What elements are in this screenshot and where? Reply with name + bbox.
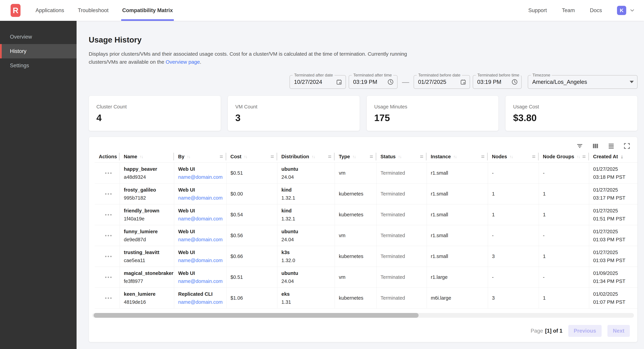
sort-icon[interactable]: ↑↓ <box>244 154 247 159</box>
created-by-email[interactable]: name@domain.com <box>178 174 224 180</box>
terminated-before-time-field[interactable]: Terminated before time 03:19 PM <box>473 75 522 89</box>
column-menu-icon[interactable] <box>532 156 535 158</box>
column-header-instance[interactable]: Instance↑↓ <box>426 151 488 163</box>
sort-icon[interactable]: ↑↓ <box>352 154 356 159</box>
nav-link-support[interactable]: Support <box>528 7 547 13</box>
column-header-type[interactable]: Type↑↓ <box>335 151 376 163</box>
sort-icon[interactable]: ↑↓ <box>312 154 315 159</box>
distribution-version: 1.31 <box>282 299 333 305</box>
column-header-status[interactable]: Status↑↓ <box>376 151 426 163</box>
column-label: Instance <box>431 154 451 159</box>
replicated-logo[interactable]: R <box>10 4 20 17</box>
cost-cell: $1.06 <box>226 288 277 309</box>
tab-compatibility-matrix[interactable]: Compatibility Matrix <box>122 0 173 21</box>
column-menu-icon[interactable] <box>271 156 274 158</box>
fullscreen-icon[interactable] <box>623 142 631 150</box>
top-nav: R Applications Troubleshoot Compatibilit… <box>0 0 644 21</box>
density-icon[interactable] <box>607 142 615 150</box>
terminated-before-date-value[interactable]: 01/27/2025 <box>418 79 460 85</box>
column-header-node-groups[interactable]: Node Groups↑↓ <box>539 151 589 163</box>
column-header-created-at[interactable]: Created At↓ <box>589 151 638 163</box>
column-label: Name <box>124 154 137 159</box>
columns-icon[interactable] <box>592 142 600 150</box>
sort-icon[interactable]: ↑↓ <box>140 154 143 159</box>
stat-card-cluster-count: Cluster Count 4 <box>89 96 221 131</box>
distribution-name: kind <box>282 208 333 214</box>
horizontal-scrollbar-thumb[interactable] <box>94 313 418 318</box>
page-description-suffix: . <box>200 59 201 65</box>
calendar-icon[interactable] <box>460 79 466 85</box>
column-header-name[interactable]: Name↑↓ <box>120 151 174 163</box>
instance-cell: r1.large <box>426 267 488 288</box>
row-actions-menu[interactable] <box>99 256 118 257</box>
sort-icon[interactable]: ↑↓ <box>187 154 190 159</box>
created-by-email[interactable]: name@domain.com <box>178 195 224 201</box>
sort-icon[interactable]: ↑↓ <box>577 154 580 159</box>
terminated-before-time-value[interactable]: 03:19 PM <box>477 79 511 85</box>
terminated-after-time-field[interactable]: Terminated after time 03:19 PM <box>349 75 398 89</box>
horizontal-scrollbar-track <box>92 313 634 318</box>
node-groups-cell: 1 <box>539 204 589 225</box>
row-actions-menu[interactable] <box>99 172 118 174</box>
sort-icon[interactable]: ↑↓ <box>510 154 513 159</box>
created-by-email[interactable]: name@domain.com <box>178 216 224 222</box>
sidebar-item-settings[interactable]: Settings <box>0 58 76 73</box>
sort-icon[interactable]: ↑↓ <box>453 154 456 159</box>
created-by-email[interactable]: name@domain.com <box>178 237 224 243</box>
nodes-cell: 3 <box>488 288 539 309</box>
row-actions-menu[interactable] <box>99 214 118 216</box>
terminated-after-date-value[interactable]: 10/27/2024 <box>294 79 336 85</box>
created-by-email[interactable]: name@domain.com <box>178 258 224 263</box>
sort-icon[interactable]: ↑↓ <box>398 154 401 159</box>
column-menu-icon[interactable] <box>328 156 331 158</box>
overview-page-link[interactable]: Overview page <box>166 59 200 65</box>
clock-icon[interactable] <box>387 79 394 85</box>
node-groups-cell: 1 <box>539 246 589 267</box>
account-menu[interactable]: K <box>617 6 635 15</box>
created-date: 01/27/2025 <box>593 250 636 255</box>
column-header-by[interactable]: By↑↓ <box>174 151 226 163</box>
row-actions-menu[interactable] <box>99 277 118 278</box>
timezone-value[interactable]: America/Los_Angeles <box>532 79 628 85</box>
calendar-icon[interactable] <box>336 79 342 85</box>
created-by-email[interactable]: name@domain.com <box>178 279 224 284</box>
distribution-name: ubuntu <box>282 166 333 172</box>
row-actions-menu[interactable] <box>99 193 118 195</box>
previous-page-button[interactable]: Previous <box>568 325 602 337</box>
column-menu-icon[interactable] <box>370 156 373 158</box>
instance-cell: r1.small <box>426 204 488 225</box>
created-by-email[interactable]: name@domain.com <box>178 299 224 305</box>
next-page-button[interactable]: Next <box>608 325 630 337</box>
clock-icon[interactable] <box>511 79 518 85</box>
column-menu-icon[interactable] <box>582 156 586 158</box>
terminated-after-time-value[interactable]: 03:19 PM <box>353 79 387 85</box>
column-header-nodes[interactable]: Nodes↑↓ <box>488 151 539 163</box>
cluster-name: trusting_leavitt <box>124 250 172 255</box>
timezone-select[interactable]: Timezone America/Los_Angeles <box>528 75 638 89</box>
column-menu-icon[interactable] <box>220 156 223 158</box>
filter-icon[interactable] <box>576 142 584 150</box>
sort-descending-icon[interactable]: ↓ <box>621 154 623 159</box>
avatar[interactable]: K <box>617 6 626 15</box>
tab-troubleshoot[interactable]: Troubleshoot <box>78 0 108 21</box>
row-actions-menu[interactable] <box>99 235 118 236</box>
tab-applications[interactable]: Applications <box>36 0 64 21</box>
column-header-cost[interactable]: Cost↑↓ <box>226 151 277 163</box>
terminated-after-date-field[interactable]: Terminated after date 10/27/2024 <box>290 75 346 89</box>
sidebar-item-history[interactable]: History <box>0 44 76 58</box>
column-header-distribution[interactable]: Distribution↑↓ <box>277 151 335 163</box>
nav-link-docs[interactable]: Docs <box>590 7 602 13</box>
column-menu-icon[interactable] <box>420 156 423 158</box>
nav-link-team[interactable]: Team <box>562 7 575 13</box>
distribution-version: 1.32.1 <box>282 216 333 222</box>
row-actions-menu[interactable] <box>99 298 118 299</box>
terminated-before-date-field[interactable]: Terminated before date 01/27/2025 <box>414 75 470 89</box>
table-row: magical_stonebrakerfe3f8977 Web UIname@d… <box>95 267 638 288</box>
timezone-label: Timezone <box>531 73 552 77</box>
type-cell: kubernetes <box>335 184 376 204</box>
sidebar-item-overview[interactable]: Overview <box>0 30 76 44</box>
terminated-after-date-label: Terminated after date <box>292 73 334 77</box>
column-separator <box>426 153 426 160</box>
column-menu-icon[interactable] <box>481 156 484 158</box>
chevron-down-icon[interactable] <box>629 7 635 13</box>
